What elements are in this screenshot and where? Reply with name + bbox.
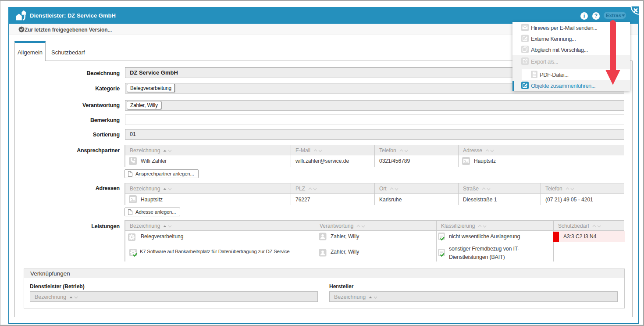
- svg-text:PDF: PDF: [533, 74, 537, 76]
